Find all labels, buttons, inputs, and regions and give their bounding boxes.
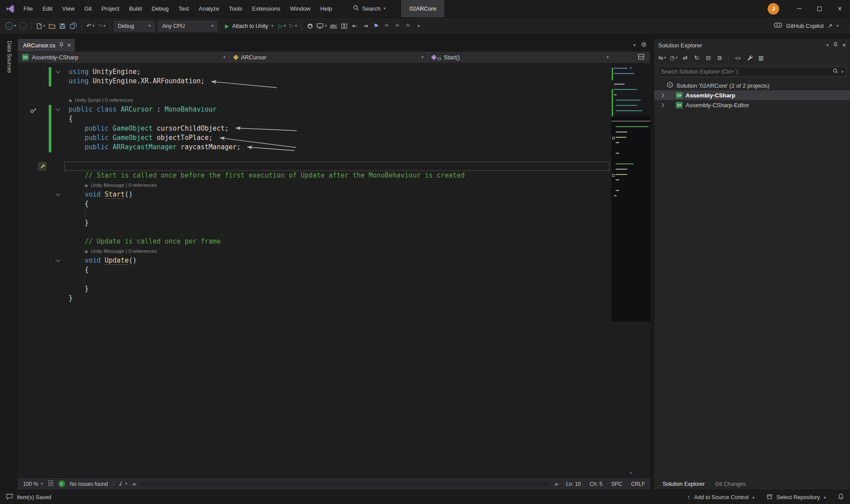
visual-studio-logo-icon[interactable] (4, 3, 16, 15)
chevron-down-icon[interactable]: ▾ (841, 70, 843, 74)
spaces-indicator[interactable]: SPC (611, 481, 622, 487)
code-line[interactable]: { (18, 199, 650, 209)
code-line[interactable]: ◈Unity Message | 0 references (18, 247, 650, 256)
tab-solution-explorer[interactable]: Solution Explorer (658, 478, 710, 490)
code-line[interactable] (18, 152, 650, 162)
tab-settings-gear-icon[interactable] (641, 41, 647, 49)
close-button[interactable]: × (830, 0, 850, 18)
menu-window[interactable]: Window (285, 0, 315, 17)
menu-file[interactable]: File (19, 0, 38, 17)
scroll-down-icon[interactable]: ▼ (611, 471, 650, 475)
menu-git[interactable]: Git (79, 0, 97, 17)
scroll-up-icon[interactable]: ▲ (611, 65, 650, 70)
code-line[interactable]: public GameObject objectToPlace; (18, 133, 650, 143)
codelens-label[interactable]: Unity Message | 0 references (91, 247, 157, 256)
split-window-icon[interactable] (638, 54, 644, 62)
start-without-debugging-button[interactable]: ▷▾ (277, 20, 287, 32)
code-line[interactable] (18, 162, 650, 171)
save-all-button[interactable] (68, 20, 78, 32)
open-file-button[interactable] (47, 20, 57, 32)
code-line[interactable]: ◈Unity Script | 0 references (18, 96, 650, 105)
copilot-icon[interactable] (774, 22, 782, 30)
increase-indent-button[interactable]: ⇥ (361, 20, 370, 32)
toggle-bookmark-button[interactable]: ⚑ (371, 20, 381, 32)
search-icon[interactable] (833, 68, 838, 76)
window-position-chevron-icon[interactable]: ▾ (827, 43, 829, 47)
close-tab-icon[interactable]: × (67, 42, 71, 48)
unity-project-button[interactable] (305, 20, 315, 32)
code-line[interactable]: } (18, 284, 650, 294)
code-line[interactable]: ◈Unity Message | 0 references (18, 181, 650, 190)
undo-button[interactable]: ↶▾ (85, 20, 95, 32)
fold-chevron-icon[interactable] (55, 68, 60, 73)
tree-item-assembly-csharp-editor[interactable]: C#Assembly-CSharp-Editor (654, 100, 850, 110)
navigate-backward-button[interactable]: ←▾ (4, 20, 17, 32)
feedback-icon[interactable] (6, 494, 13, 501)
code-line[interactable]: } (18, 218, 650, 228)
select-repository-button[interactable]: Select Repository (776, 494, 820, 500)
code-line[interactable]: // Start is called once before the first… (18, 171, 650, 180)
menu-analyze[interactable]: Analyze (194, 0, 224, 17)
hot-reload-button[interactable]: ↻▾ (288, 20, 298, 32)
solution-platform-dropdown[interactable]: Any CPU ▾ (158, 21, 217, 31)
add-to-source-control-button[interactable]: Add to Source Control (694, 494, 749, 500)
chevron-down-icon[interactable]: ▾ (836, 24, 838, 28)
new-project-button[interactable]: ▾ (35, 20, 47, 32)
restore-button[interactable] (809, 0, 830, 18)
tab-arcursor-cs[interactable]: ARCursor.cs × (18, 39, 75, 51)
code-line[interactable]: public GameObject cursorChildObject; (18, 124, 650, 133)
menu-tools[interactable]: Tools (224, 0, 247, 17)
tab-git-changes[interactable]: Git Changes (710, 478, 750, 490)
line-ending-indicator[interactable]: CRLF (631, 481, 645, 487)
sync-with-active-document-button[interactable]: ⇄ (680, 53, 691, 63)
fold-chevron-icon[interactable] (55, 257, 60, 262)
clear-bookmarks-button[interactable]: ⚑ (403, 20, 413, 32)
close-panel-icon[interactable]: × (842, 42, 846, 49)
menu-view[interactable]: View (57, 0, 79, 17)
menu-edit[interactable]: Edit (38, 0, 57, 17)
pending-changes-filter-button[interactable]: ◷▾ (668, 53, 679, 63)
solution-configuration-dropdown[interactable]: Debug ▾ (114, 21, 155, 31)
code-line[interactable]: public ARRaycastManager raycastManager; (18, 143, 650, 152)
scroll-right-icon[interactable]: ▶ (555, 482, 559, 486)
spell-check-button[interactable]: abc (329, 20, 338, 32)
save-button[interactable] (58, 20, 67, 32)
data-sources-tab[interactable]: Data Sources (5, 41, 12, 73)
titlebar-search[interactable]: Search ▾ (349, 3, 390, 15)
fold-chevron-icon[interactable] (55, 191, 60, 196)
show-all-files-button[interactable]: ⧉ (714, 53, 725, 63)
menu-test[interactable]: Test (174, 0, 194, 17)
codelens-label[interactable]: Unity Message | 0 references (91, 181, 157, 190)
minimap-scrollbar[interactable]: ▲ ▼ (611, 63, 650, 477)
issues-status-label[interactable]: No issues found (70, 481, 108, 487)
code-line[interactable]: void Start() (18, 190, 650, 199)
zoom-control[interactable]: 100 % ▾ (23, 481, 43, 487)
nav-project-dropdown[interactable]: C# Assembly-CSharp ▾ (18, 52, 230, 63)
code-line[interactable] (18, 86, 650, 96)
pin-icon[interactable] (59, 42, 64, 49)
previous-bookmark-button[interactable]: ⚑ (382, 20, 392, 32)
menu-project[interactable]: Project (97, 0, 124, 17)
code-line[interactable]: } (18, 294, 650, 303)
menu-extensions[interactable]: Extensions (247, 0, 285, 17)
tab-list-chevron-icon[interactable]: ▾ (633, 43, 636, 47)
two-pane-view-button[interactable] (339, 20, 349, 32)
code-line[interactable] (18, 209, 650, 218)
minimap-document[interactable] (611, 63, 650, 322)
collapse-all-button[interactable]: ⊟ (703, 53, 714, 63)
search-solution-explorer-input[interactable] (661, 69, 830, 75)
column-indicator[interactable]: Ch: 5 (590, 481, 602, 487)
deploy-target-button[interactable]: ▾ (316, 20, 328, 32)
code-line[interactable]: using UnityEngine.XR.ARFoundation; (18, 77, 650, 86)
properties-wrench-button[interactable] (744, 53, 755, 63)
line-indicator[interactable]: Ln: 10 (566, 481, 581, 487)
copilot-share-icon[interactable]: ↗ (828, 23, 833, 29)
expander-icon[interactable] (660, 93, 664, 97)
tree-item-assembly-csharp[interactable]: C#Assembly-CSharp (654, 90, 850, 100)
code-line[interactable]: // Update is called once per frame (18, 237, 650, 246)
code-line[interactable]: { (18, 114, 650, 124)
minimize-button[interactable] (789, 0, 809, 18)
tree-item-solution-02arcore-2-of-2-projects[interactable]: Solution '02ARCore' (2 of 2 projects) (654, 81, 850, 90)
code-line[interactable]: using UnityEngine; (18, 67, 650, 77)
code-editor[interactable]: using UnityEngine;using UnityEngine.XR.A… (18, 63, 650, 477)
